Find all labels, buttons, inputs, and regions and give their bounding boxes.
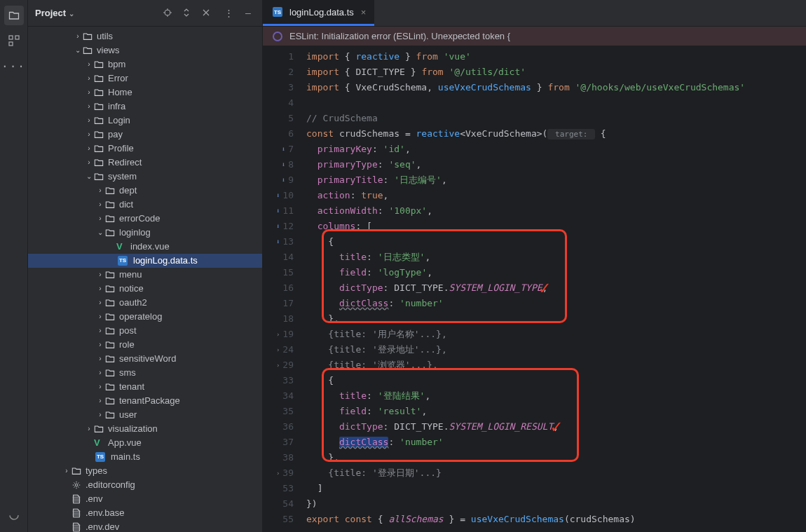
- folder-icon: [94, 88, 105, 97]
- tree-item[interactable]: ›Profile: [28, 142, 262, 156]
- project-tree[interactable]: ›utils⌄views›bpm›Error›Home›infra›Login›…: [28, 27, 262, 532]
- gutter-line: ›39: [263, 465, 294, 481]
- tree-item[interactable]: ›errorCode: [28, 212, 262, 226]
- fold-icon[interactable]: ›: [273, 357, 280, 373]
- tree-item[interactable]: ›Redirect: [28, 156, 262, 170]
- tree-item[interactable]: ›infra: [28, 100, 262, 114]
- tree-item[interactable]: .env: [28, 492, 262, 506]
- chevron-icon[interactable]: ›: [84, 88, 94, 96]
- tree-item[interactable]: ›Error: [28, 71, 262, 86]
- hide-icon[interactable]: —: [241, 8, 255, 18]
- tree-item-label: types: [86, 465, 107, 476]
- chevron-icon[interactable]: ⌄: [84, 172, 94, 180]
- folder-icon: [94, 130, 105, 139]
- tree-item[interactable]: ›oauth2: [28, 296, 262, 310]
- tree-item[interactable]: TSloginLog.data.ts: [28, 254, 262, 268]
- tree-item[interactable]: ⌄system: [28, 170, 262, 184]
- tree-item[interactable]: ›Home: [28, 86, 262, 100]
- tree-item[interactable]: ›utils: [28, 29, 262, 43]
- close-icon[interactable]: ×: [361, 7, 367, 18]
- gutter-line: 14: [263, 250, 294, 265]
- chevron-icon[interactable]: ›: [84, 60, 94, 68]
- gutter-line: ⬇11: [263, 203, 294, 219]
- tree-item[interactable]: ›dept: [28, 184, 262, 198]
- tree-item[interactable]: ›bpm: [28, 57, 262, 71]
- chevron-icon[interactable]: ›: [95, 341, 105, 348]
- gear-icon: [71, 480, 83, 490]
- override-icon: ⬇: [282, 142, 285, 157]
- chevron-icon[interactable]: ›: [73, 32, 83, 40]
- expand-icon[interactable]: [182, 8, 196, 17]
- tab-label: loginLog.data.ts: [289, 7, 354, 18]
- tree-item-label: errorCode: [119, 213, 160, 224]
- options-icon[interactable]: ⋮: [221, 8, 235, 18]
- chevron-icon[interactable]: ›: [95, 200, 105, 208]
- project-sidebar: Project ⌄ ⋮ — ›utils⌄views›bpm›Error›Hom…: [28, 0, 263, 532]
- chevron-icon[interactable]: ›: [95, 186, 105, 194]
- chevron-icon[interactable]: ›: [84, 130, 94, 138]
- chevron-icon[interactable]: ›: [84, 144, 94, 152]
- fold-icon[interactable]: ›: [273, 342, 280, 357]
- tree-item[interactable]: ⌄views: [28, 43, 262, 57]
- chevron-icon[interactable]: ›: [84, 116, 94, 124]
- chevron-icon[interactable]: ›: [84, 102, 94, 110]
- tree-item[interactable]: Vindex.vue: [28, 240, 262, 254]
- chevron-icon[interactable]: ›: [95, 299, 105, 306]
- gutter-line: 6: [263, 126, 294, 142]
- tree-item[interactable]: ›user: [28, 408, 262, 422]
- chevron-icon[interactable]: ›: [95, 355, 105, 362]
- tree-item[interactable]: ›sms: [28, 366, 262, 380]
- tree-item[interactable]: VApp.vue: [28, 436, 262, 450]
- chevron-icon[interactable]: ⌄: [73, 46, 83, 54]
- chevron-icon[interactable]: ›: [62, 467, 71, 475]
- more-tool-icon[interactable]: ···: [4, 56, 24, 76]
- tree-item[interactable]: ›tenant: [28, 380, 262, 394]
- tree-item[interactable]: ›tenantPackage: [28, 394, 262, 408]
- tree-item[interactable]: ›notice: [28, 282, 262, 296]
- tree-item[interactable]: .env.base: [28, 506, 262, 520]
- sidebar-title: Project ⌄: [35, 8, 157, 18]
- chevron-icon[interactable]: ›: [95, 327, 105, 334]
- tree-item[interactable]: ›visualization: [28, 422, 262, 436]
- tree-item[interactable]: ›operatelog: [28, 310, 262, 324]
- tree-item[interactable]: .editorconfig: [28, 478, 262, 492]
- chevron-icon[interactable]: ›: [84, 425, 94, 432]
- tree-item[interactable]: TSmain.ts: [28, 450, 262, 464]
- chevron-icon[interactable]: ›: [95, 313, 105, 320]
- project-tool-icon[interactable]: [4, 6, 24, 25]
- chevron-icon[interactable]: ›: [95, 285, 105, 292]
- chevron-icon[interactable]: ›: [95, 411, 105, 418]
- tree-item[interactable]: ›Login: [28, 114, 262, 128]
- fold-icon[interactable]: ›: [273, 327, 280, 342]
- tree-item[interactable]: ›pay: [28, 128, 262, 142]
- tree-item[interactable]: ⌄loginlog: [28, 226, 262, 240]
- tree-item-label: bpm: [108, 59, 125, 69]
- tree-item[interactable]: ›dict: [28, 198, 262, 212]
- fold-icon[interactable]: ›: [273, 465, 280, 481]
- chevron-icon[interactable]: ›: [95, 383, 105, 390]
- chevron-icon[interactable]: ›: [84, 74, 94, 82]
- chevron-icon[interactable]: ⌄: [95, 229, 105, 236]
- chevron-icon[interactable]: ›: [84, 158, 94, 166]
- tree-item[interactable]: ›role: [28, 338, 262, 352]
- editor-tab-active[interactable]: TS loginLog.data.ts ×: [263, 0, 374, 26]
- structure-tool-icon[interactable]: [4, 31, 24, 50]
- chevron-icon[interactable]: ›: [95, 214, 105, 222]
- tree-item[interactable]: ›menu: [28, 268, 262, 282]
- code-content[interactable]: import { reactive } from 'vue' import { …: [301, 46, 806, 532]
- tree-item-label: dept: [119, 185, 137, 196]
- tree-item[interactable]: ›post: [28, 324, 262, 338]
- chevron-icon[interactable]: ›: [95, 271, 105, 278]
- locate-icon[interactable]: [163, 8, 177, 18]
- tree-item[interactable]: ›types: [28, 464, 262, 478]
- vue-icon: V: [94, 437, 105, 448]
- code-area[interactable]: 123456⬇7⬇8⬇9⬇10⬇11⬇12⬇131415161718›19›24…: [263, 46, 806, 532]
- chevron-icon[interactable]: ›: [95, 369, 105, 376]
- tree-item[interactable]: .env.dev: [28, 520, 262, 532]
- file-icon: [71, 508, 83, 518]
- tree-item[interactable]: ›sensitiveWord: [28, 352, 262, 366]
- gutter-line: ⬇13: [263, 234, 294, 250]
- chevron-icon[interactable]: ›: [95, 397, 105, 404]
- gutter-line: ⬇12: [263, 219, 294, 234]
- collapse-icon[interactable]: [202, 8, 216, 17]
